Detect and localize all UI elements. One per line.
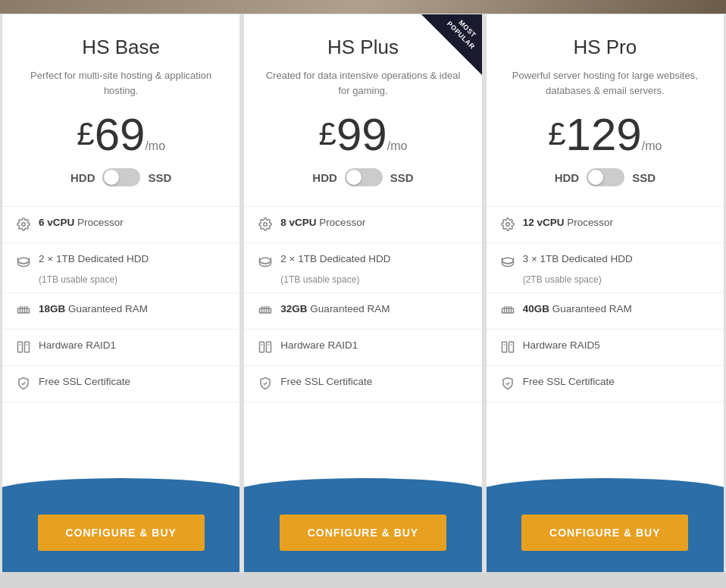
feature-row-0-2: 18GB Guaranteed RAM xyxy=(2,293,239,330)
most-popular-badge: MOSTPOPULAR xyxy=(421,14,482,75)
ram-icon xyxy=(258,303,273,318)
svg-rect-12 xyxy=(25,342,30,352)
price-amount: 99 xyxy=(336,109,387,160)
svg-point-15 xyxy=(264,223,268,227)
feature-text-1-2: 32GB Guaranteed RAM xyxy=(280,302,390,317)
plan-header-hs-pro: HS Pro Powerful server hosting for large… xyxy=(487,14,724,207)
feature-text-0-0: 6 vCPU Processor xyxy=(39,216,124,230)
gear-icon xyxy=(500,217,515,232)
feature-sub-2-1: (2TB usable space) xyxy=(500,274,710,289)
feature-row-1-0: 8 vCPU Processor xyxy=(244,207,481,243)
feature-text-2-0: 12 vCPU Processor xyxy=(523,216,613,230)
raid-icon xyxy=(500,339,515,355)
plan-footer-hs-base: CONFIGURE & BUY xyxy=(2,492,239,572)
ssl-icon xyxy=(500,376,515,391)
plan-header-hs-base: HS Base Perfect for multi-site hosting &… xyxy=(2,14,239,207)
feature-text-2-1: 3 × 1TB Dedicated HDD xyxy=(523,252,633,267)
plan-features-hs-plus: 8 vCPU Processor 2 × 1TB Dedicated HDD (… xyxy=(244,207,481,492)
plan-description: Perfect for multi-site hosting & applica… xyxy=(17,68,224,99)
currency-symbol: £ xyxy=(548,118,565,150)
feature-row-2-2: 40GB Guaranteed RAM xyxy=(487,293,724,330)
storage-toggle-hs-pro[interactable]: HDD SSD xyxy=(502,168,709,186)
currency-symbol: £ xyxy=(319,118,336,150)
feature-row-1-1: 2 × 1TB Dedicated HDD (1TB usable space) xyxy=(244,243,481,293)
configure-buy-button[interactable]: CONFIGURE & BUY xyxy=(38,514,205,551)
gear-icon xyxy=(258,217,273,232)
price-period: /mo xyxy=(642,139,662,152)
ssl-icon xyxy=(258,376,273,391)
storage-toggle-hs-plus[interactable]: HDD SSD xyxy=(259,168,466,186)
ram-icon xyxy=(500,303,515,318)
configure-buy-button[interactable]: CONFIGURE & BUY xyxy=(521,514,688,551)
plan-price: £99/mo xyxy=(259,112,466,158)
feature-sub-1-1: (1TB usable space) xyxy=(258,274,468,289)
price-period: /mo xyxy=(145,139,165,152)
plan-card-hs-pro: HS Pro Powerful server hosting for large… xyxy=(486,14,724,573)
plan-description: Powerful server hosting for large websit… xyxy=(502,68,709,99)
feature-row-0-0: 6 vCPU Processor xyxy=(2,207,239,243)
ssd-label: SSD xyxy=(148,171,171,184)
plan-card-hs-base: HS Base Perfect for multi-site hosting &… xyxy=(2,14,240,573)
svg-rect-27 xyxy=(267,342,271,352)
feature-text-0-1: 2 × 1TB Dedicated HDD xyxy=(39,252,149,267)
feature-row-1-3: Hardware RAID1 xyxy=(244,330,481,366)
hdd-label: HDD xyxy=(555,171,580,184)
ssl-icon xyxy=(16,376,31,391)
toggle-knob xyxy=(104,170,119,185)
plan-name: HS Base xyxy=(17,36,224,59)
bottom-bar xyxy=(0,573,726,588)
ssd-label: SSD xyxy=(390,171,414,184)
feature-text-1-4: Free SSL Certificate xyxy=(280,375,372,389)
svg-point-0 xyxy=(22,223,26,227)
feature-text-1-3: Hardware RAID1 xyxy=(280,339,358,353)
hdd-label: HDD xyxy=(70,171,95,184)
plan-footer-hs-pro: CONFIGURE & BUY xyxy=(487,492,724,572)
raid-icon xyxy=(258,339,273,355)
feature-text-2-2: 40GB Guaranteed RAM xyxy=(523,302,632,317)
price-amount: 129 xyxy=(566,109,642,160)
feature-row-2-4: Free SSL Certificate xyxy=(487,366,724,402)
hdd-icon xyxy=(16,253,31,268)
feature-row-0-3: Hardware RAID1 xyxy=(2,330,239,366)
plan-features-hs-pro: 12 vCPU Processor 3 × 1TB Dedicated HDD … xyxy=(487,207,724,492)
raid-icon xyxy=(16,339,31,355)
storage-toggle-hs-base[interactable]: HDD SSD xyxy=(17,168,224,186)
toggle-switch[interactable] xyxy=(102,168,140,186)
plan-price: £129/mo xyxy=(502,112,709,158)
feature-row-2-0: 12 vCPU Processor xyxy=(487,207,724,243)
svg-rect-11 xyxy=(18,342,23,352)
hdd-label: HDD xyxy=(312,171,337,184)
ram-icon xyxy=(16,303,31,318)
ssd-label: SSD xyxy=(632,171,656,184)
feature-row-2-3: Hardware RAID5 xyxy=(487,330,724,366)
hdd-icon xyxy=(500,253,515,268)
configure-buy-button[interactable]: CONFIGURE & BUY xyxy=(280,514,446,551)
pricing-section: HS Base Perfect for multi-site hosting &… xyxy=(0,14,726,573)
feature-row-0-1: 2 × 1TB Dedicated HDD (1TB usable space) xyxy=(2,243,239,293)
svg-rect-26 xyxy=(260,342,264,352)
feature-row-2-1: 3 × 1TB Dedicated HDD (2TB usable space) xyxy=(487,243,724,293)
plan-price: £69/mo xyxy=(17,112,224,158)
feature-row-1-4: Free SSL Certificate xyxy=(244,366,481,402)
toggle-knob xyxy=(346,170,361,185)
plan-footer-hs-plus: CONFIGURE & BUY xyxy=(244,492,481,572)
plan-features-hs-base: 6 vCPU Processor 2 × 1TB Dedicated HDD (… xyxy=(2,207,239,492)
plan-name: HS Pro xyxy=(502,36,709,59)
svg-rect-42 xyxy=(509,342,513,352)
feature-text-0-3: Hardware RAID1 xyxy=(39,339,116,353)
feature-sub-0-1: (1TB usable space) xyxy=(16,274,226,289)
feature-text-1-0: 8 vCPU Processor xyxy=(280,216,365,230)
feature-text-0-2: 18GB Guaranteed RAM xyxy=(39,302,148,317)
most-popular-text: MOSTPOPULAR xyxy=(441,14,481,55)
price-amount: 69 xyxy=(95,109,146,160)
toggle-switch[interactable] xyxy=(345,168,383,186)
feature-text-2-4: Free SSL Certificate xyxy=(523,375,615,389)
toggle-knob xyxy=(588,170,603,185)
svg-point-30 xyxy=(505,223,509,227)
svg-rect-41 xyxy=(502,342,506,352)
feature-row-0-4: Free SSL Certificate xyxy=(2,366,239,402)
gear-icon xyxy=(16,217,31,232)
toggle-switch[interactable] xyxy=(587,168,624,186)
feature-text-2-3: Hardware RAID5 xyxy=(523,339,600,353)
currency-symbol: £ xyxy=(77,118,94,150)
